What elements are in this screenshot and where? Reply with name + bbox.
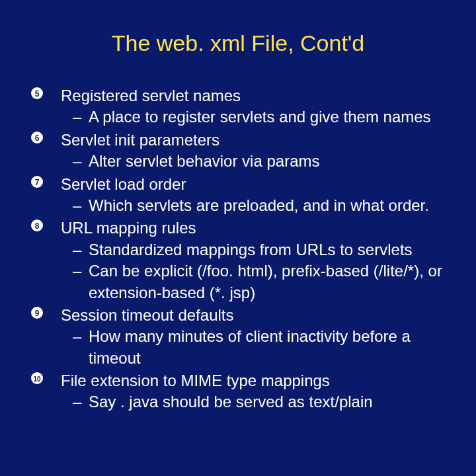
number-bullet-icon: 7 [30,174,61,188]
svg-text:5: 5 [35,89,40,99]
sub-list-item: –Can be explicit (/foo. html), prefix-ba… [73,260,450,303]
list-item: 9Session timeout defaults–How many minut… [30,305,450,369]
svg-text:9: 9 [35,308,40,317]
list-item: 8URL mapping rules–Standardized mappings… [30,218,450,303]
sub-list-text: Which servlets are preloaded, and in wha… [89,195,429,216]
list-item: 7Servlet load order–Which servlets are p… [30,174,450,217]
slide-content: 5Registered servlet names–A place to reg… [26,85,450,413]
dash-bullet-icon: – [73,151,89,172]
number-bullet-icon: 10 [30,370,61,385]
dash-bullet-icon: – [73,260,89,282]
sub-list-text: Alter servlet behavior via params [89,151,319,172]
list-item-title: Servlet load order [61,174,186,195]
dash-bullet-icon: – [73,106,89,128]
list-item-title: Session timeout defaults [61,305,233,326]
list-item: 5Registered servlet names–A place to reg… [30,85,450,128]
list-item-title: File extension to MIME type mappings [61,370,330,391]
sub-list-text: Say . java should be served as text/plai… [89,391,373,413]
list-item: 10File extension to MIME type mappings–S… [30,370,450,413]
sub-list-text: How many minutes of client inactivity be… [89,326,450,369]
list-item-title: Registered servlet names [61,85,241,106]
sub-list-item: –Which servlets are preloaded, and in wh… [73,195,450,216]
sub-list-item: –A place to register servlets and give t… [73,106,450,128]
number-bullet-icon: 5 [30,85,61,100]
list-item-title: URL mapping rules [61,218,196,239]
svg-text:7: 7 [35,177,40,186]
number-bullet-icon: 8 [30,218,61,232]
dash-bullet-icon: – [73,326,89,347]
number-bullet-icon: 6 [30,130,61,144]
sub-list-item: –Alter servlet behavior via params [73,151,450,172]
list-item-title: Servlet init parameters [61,130,219,151]
svg-text:8: 8 [35,221,40,231]
dash-bullet-icon: – [73,391,89,413]
number-bullet-icon: 9 [30,305,61,319]
sub-list-text: Standardized mappings from URLs to servl… [89,239,413,260]
dash-bullet-icon: – [73,239,89,260]
sub-list-item: –Standardized mappings from URLs to serv… [73,239,450,260]
slide-title: The web. xml File, Cont'd [26,30,450,56]
svg-text:6: 6 [35,133,40,142]
dash-bullet-icon: – [73,195,89,216]
sub-list-text: Can be explicit (/foo. html), prefix-bas… [89,260,450,303]
svg-text:10: 10 [33,376,41,383]
sub-list-text: A place to register servlets and give th… [89,106,431,128]
sub-list-item: –Say . java should be served as text/pla… [73,391,450,413]
sub-list-item: –How many minutes of client inactivity b… [73,326,450,369]
list-item: 6Servlet init parameters–Alter servlet b… [30,130,450,173]
